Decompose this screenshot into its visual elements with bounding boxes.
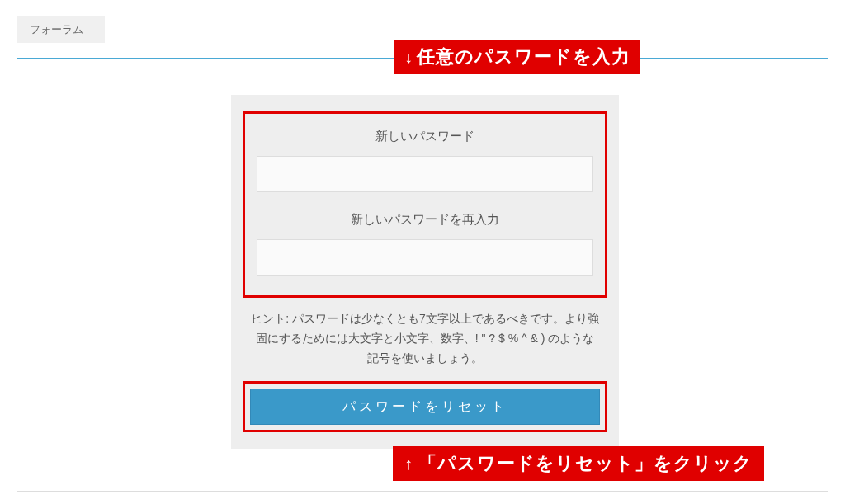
annotation-top-text: 任意のパスワードを入力 [417, 45, 630, 69]
new-password-label: 新しいパスワード [257, 129, 593, 144]
divider-bottom [17, 491, 828, 492]
confirm-password-input[interactable] [257, 239, 593, 276]
chevron-right-icon [95, 16, 105, 43]
password-hint: ヒント: パスワードは少なくとも7文字以上であるべきです。より強固にするためには… [243, 309, 607, 368]
annotation-top: ↓ 任意のパスワードを入力 [394, 40, 640, 74]
annotation-bottom-text: 「パスワードをリセット」をクリック [418, 451, 753, 476]
breadcrumb-bar: フォーラム [0, 0, 845, 43]
new-password-input[interactable] [257, 156, 593, 192]
breadcrumb-label: フォーラム [17, 22, 95, 37]
password-fields-highlight: 新しいパスワード 新しいパスワードを再入力 [243, 111, 607, 298]
reset-button-highlight: パスワードをリセット [243, 381, 607, 432]
reset-password-button[interactable]: パスワードをリセット [250, 389, 600, 425]
arrow-up-icon: ↑ [404, 455, 413, 472]
annotation-bottom: ↑ 「パスワードをリセット」をクリック [393, 446, 764, 481]
breadcrumb[interactable]: フォーラム [17, 16, 105, 43]
confirm-password-label: 新しいパスワードを再入力 [257, 212, 593, 228]
password-reset-panel: 新しいパスワード 新しいパスワードを再入力 ヒント: パスワードは少なくとも7文… [231, 95, 619, 449]
arrow-down-icon: ↓ [404, 49, 413, 65]
